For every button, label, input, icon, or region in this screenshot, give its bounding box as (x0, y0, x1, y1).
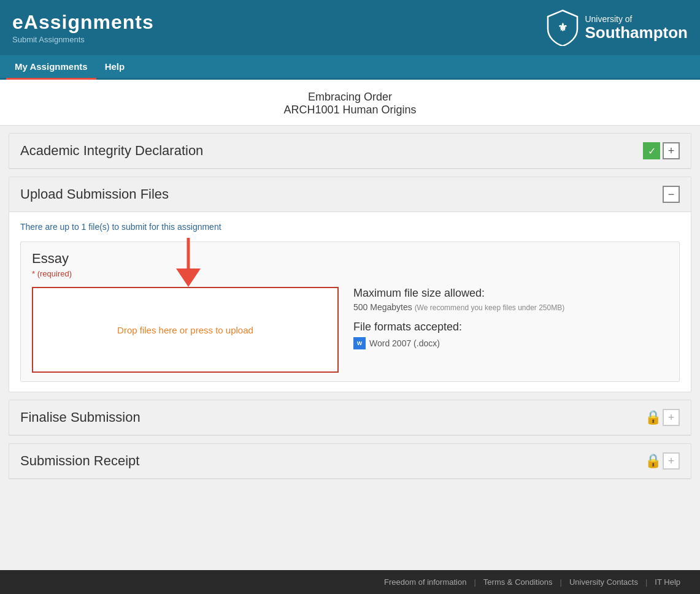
drop-zone[interactable]: Drop files here or press to upload (32, 287, 339, 373)
required-label: * (required) (32, 269, 668, 278)
finalise-header: Finalise Submission 🔒 + (9, 400, 691, 435)
footer-contacts[interactable]: University Contacts (562, 577, 645, 587)
file-format-item: W Word 2007 (.docx) (353, 337, 668, 349)
file-formats-label: File formats accepted: (353, 321, 668, 333)
app-title: eAssignments (12, 11, 154, 34)
essay-left: Drop files here or press to upload (32, 287, 339, 373)
format-name: Word 2007 (.docx) (369, 338, 440, 348)
nav-help[interactable]: Help (96, 55, 134, 80)
academic-integrity-controls: ✓ + (643, 142, 680, 159)
header-branding: eAssignments Submit Assignments (12, 11, 154, 44)
nav-my-assignments[interactable]: My Assignments (6, 55, 96, 80)
drop-zone-text: Drop files here or press to upload (117, 325, 253, 335)
main-content: Embracing Order ARCH1001 Human Origins A… (0, 80, 700, 570)
receipt-title: Submission Receipt (20, 453, 139, 469)
shield-icon: ⚜ (547, 9, 579, 46)
footer-terms[interactable]: Terms & Conditions (476, 577, 560, 587)
app-subtitle: Submit Assignments (12, 35, 154, 44)
collapse-icon[interactable]: − (663, 186, 680, 203)
docx-icon: W (353, 337, 366, 349)
footer-it-help[interactable]: IT Help (647, 577, 688, 587)
finalise-expand-icon[interactable]: + (663, 409, 680, 426)
essay-right: Maximum file size allowed: 500 Megabytes… (353, 287, 668, 349)
svg-marker-2 (176, 268, 201, 287)
upload-controls: − (663, 186, 680, 203)
university-logo: ⚜ University of Southampton (547, 9, 688, 46)
max-size-number: 500 Megabytes (353, 302, 412, 312)
heading-line1: Embracing Order (0, 91, 700, 104)
svg-text:⚜: ⚜ (558, 21, 567, 34)
logo-text: University of Southampton (585, 14, 688, 42)
essay-box: Essay * (required) Drop files here or pr… (20, 242, 680, 382)
receipt-expand-icon[interactable]: + (663, 452, 680, 470)
essay-title: Essay (32, 251, 668, 267)
receipt-lock-icon: 🔒 (645, 454, 660, 468)
navigation: My Assignments Help (0, 55, 700, 80)
upload-section: Upload Submission Files − There are up t… (9, 177, 691, 392)
academic-integrity-header: Academic Integrity Declaration ✓ + (9, 134, 691, 169)
finalise-controls: 🔒 + (645, 409, 680, 426)
upload-header: Upload Submission Files − (9, 177, 691, 212)
check-icon[interactable]: ✓ (643, 142, 660, 159)
upload-body: There are up to 1 file(s) to submit for … (9, 212, 691, 392)
finalise-section: Finalise Submission 🔒 + (9, 400, 691, 436)
finalise-title: Finalise Submission (20, 409, 140, 425)
footer: Freedom of information | Terms & Conditi… (0, 570, 700, 594)
max-size-label: Maximum file size allowed: (353, 287, 668, 300)
receipt-section: Submission Receipt 🔒 + (9, 443, 691, 479)
receipt-controls: 🔒 + (645, 452, 680, 470)
upload-title: Upload Submission Files (20, 186, 169, 202)
header: eAssignments Submit Assignments ⚜ Univer… (0, 0, 700, 55)
academic-integrity-title: Academic Integrity Declaration (20, 143, 203, 159)
expand-icon[interactable]: + (663, 142, 680, 159)
page-heading: Embracing Order ARCH1001 Human Origins (0, 80, 700, 126)
receipt-header: Submission Receipt 🔒 + (9, 444, 691, 479)
logo-university: University of (585, 14, 688, 24)
max-size-value: 500 Megabytes (We recommend you keep fil… (353, 302, 668, 312)
logo-name: Southampton (585, 24, 688, 42)
files-info: There are up to 1 file(s) to submit for … (20, 222, 680, 232)
essay-content: Drop files here or press to upload Maxim… (32, 287, 668, 373)
lock-icon: 🔒 (645, 410, 660, 425)
footer-freedom[interactable]: Freedom of information (377, 577, 474, 587)
heading-line2: ARCH1001 Human Origins (0, 104, 700, 116)
max-size-note: (We recommend you keep files under 250MB… (415, 303, 565, 312)
academic-integrity-section: Academic Integrity Declaration ✓ + (9, 133, 691, 169)
arrow-icon (167, 235, 210, 290)
